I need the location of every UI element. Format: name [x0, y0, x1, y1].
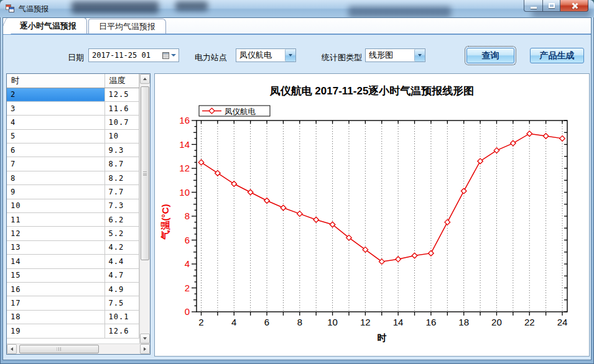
temperature-line-chart: 凤仪航电 2017-11-25逐小时气温预报线形图024681012141624…: [155, 74, 588, 355]
temperature-cell[interactable]: 8.7: [104, 157, 139, 171]
chart-type-select[interactable]: 线形图: [365, 48, 425, 62]
svg-text:8: 8: [297, 317, 302, 327]
generate-product-button[interactable]: 产品生成: [530, 48, 584, 63]
table-row: 154.7: [7, 268, 139, 282]
hour-cell[interactable]: 14: [7, 255, 104, 268]
table-row: 125.2: [7, 227, 139, 240]
calendar-dropdown-button[interactable]: [160, 49, 179, 61]
svg-text:2: 2: [198, 317, 203, 327]
hour-cell[interactable]: 16: [7, 282, 104, 296]
svg-text:0: 0: [185, 306, 190, 317]
hour-cell[interactable]: 10: [7, 199, 104, 212]
hour-cell[interactable]: 17: [7, 296, 104, 310]
client-area: 逐小时气温预报 日平均气温预报 日期 2017-11-25 01 电力站点 凤仪…: [2, 17, 592, 360]
chart-type-dropdown-button[interactable]: [414, 49, 425, 61]
titlebar[interactable]: 气温预报: [0, 0, 594, 17]
horizontal-scrollbar[interactable]: [7, 344, 150, 354]
caption-buttons: [524, 0, 588, 12]
svg-text:6: 6: [264, 317, 269, 327]
hour-cell[interactable]: 18: [7, 310, 104, 324]
close-button[interactable]: [560, 0, 588, 12]
vertical-scroll-thumb[interactable]: [141, 86, 149, 260]
scroll-up-button[interactable]: [140, 74, 150, 84]
minimize-button[interactable]: [524, 0, 542, 12]
maximize-icon: [549, 3, 555, 8]
table-row: 1810.1: [7, 310, 139, 324]
hour-cell[interactable]: 13: [7, 240, 104, 254]
temperature-cell[interactable]: 7.3: [104, 199, 139, 212]
temperature-cell[interactable]: 10.1: [104, 310, 139, 324]
vertical-scrollbar[interactable]: [139, 74, 150, 344]
arrow-down-icon: [143, 337, 147, 340]
hour-cell[interactable]: 2: [7, 88, 104, 101]
close-icon: [571, 2, 578, 9]
table-row: 78.7: [7, 157, 139, 171]
table-row: 88.2: [7, 171, 139, 184]
hour-cell[interactable]: 9: [7, 185, 104, 199]
svg-text:12: 12: [179, 163, 190, 173]
date-picker[interactable]: 2017-11-25 01: [88, 48, 179, 62]
query-button[interactable]: 查询: [466, 48, 514, 63]
temperature-cell[interactable]: 4.2: [104, 240, 139, 254]
svg-text:16: 16: [179, 115, 190, 125]
date-label: 日期: [68, 52, 84, 63]
horizontal-scroll-thumb[interactable]: [19, 345, 99, 353]
table-row: 97.7: [7, 185, 139, 199]
maximize-button[interactable]: [542, 0, 560, 12]
temperature-cell[interactable]: 5.2: [104, 227, 139, 240]
hour-cell[interactable]: 12: [7, 227, 104, 240]
svg-text:凤仪航电: 凤仪航电: [225, 107, 256, 116]
temperature-cell[interactable]: 10.7: [104, 116, 139, 129]
column-header[interactable]: 温度: [104, 74, 139, 88]
scroll-right-button[interactable]: [140, 344, 150, 354]
svg-text:18: 18: [458, 317, 469, 327]
tab-hourly-forecast[interactable]: 逐小时气温预报: [9, 17, 87, 34]
temperature-cell[interactable]: 11.6: [104, 101, 139, 115]
hour-cell[interactable]: 3: [7, 101, 104, 115]
table-row: 107.3: [7, 199, 139, 212]
temperature-cell[interactable]: 10: [104, 129, 139, 143]
table-row: 410.7: [7, 116, 139, 129]
date-value: 2017-11-25 01: [89, 51, 160, 60]
station-select[interactable]: 凤仪航电: [236, 48, 296, 62]
svg-text:气温(°C): 气温(°C): [160, 204, 170, 240]
temperature-cell[interactable]: 4.4: [104, 255, 139, 268]
temperature-cell[interactable]: 4.7: [104, 268, 139, 282]
svg-text:4: 4: [231, 317, 236, 327]
chevron-down-icon: [418, 54, 422, 57]
hour-cell[interactable]: 7: [7, 157, 104, 171]
hour-cell[interactable]: 11: [7, 213, 104, 227]
svg-text:4: 4: [185, 258, 190, 269]
hour-cell[interactable]: 19: [7, 324, 104, 338]
temperature-cell[interactable]: 8.2: [104, 171, 139, 184]
temperature-cell[interactable]: 12.5: [104, 88, 139, 101]
hour-cell[interactable]: 15: [7, 268, 104, 282]
hour-cell[interactable]: 4: [7, 116, 104, 129]
content-panel: 日期 2017-11-25 01 电力站点 凤仪航电 统计图类型 线形图 查询 …: [3, 35, 591, 360]
temperature-cell[interactable]: 7.7: [104, 185, 139, 199]
column-header[interactable]: 时: [7, 74, 104, 88]
grid-area: 时温度 212.5311.6410.751069.378.788.297.710…: [7, 74, 139, 344]
svg-text:凤仪航电 2017-11-25逐小时气温预报线形图: 凤仪航电 2017-11-25逐小时气温预报线形图: [269, 85, 475, 97]
table-row: 144.4: [7, 255, 139, 268]
table-row: 134.2: [7, 240, 139, 254]
station-label: 电力站点: [195, 52, 227, 63]
arrow-left-icon: [11, 347, 13, 351]
temperature-cell[interactable]: 6.2: [104, 213, 139, 227]
scroll-left-button[interactable]: [7, 344, 17, 354]
hour-cell[interactable]: 5: [7, 129, 104, 143]
hour-cell[interactable]: 6: [7, 143, 104, 157]
temperature-cell[interactable]: 9.3: [104, 143, 139, 157]
temperature-cell[interactable]: 4.9: [104, 282, 139, 296]
tab-daily-forecast[interactable]: 日平均气温预报: [88, 19, 166, 34]
table-row: 311.6: [7, 101, 139, 115]
scroll-down-button[interactable]: [140, 334, 150, 344]
table-row: 116.2: [7, 213, 139, 227]
svg-text:14: 14: [393, 317, 404, 327]
temperature-cell[interactable]: 12.6: [104, 324, 139, 338]
station-dropdown-button[interactable]: [285, 49, 295, 61]
tab-label: 逐小时气温预报: [20, 20, 77, 32]
temperature-cell[interactable]: 7.5: [104, 296, 139, 310]
hour-cell[interactable]: 8: [7, 171, 104, 184]
svg-text:24: 24: [557, 317, 568, 327]
